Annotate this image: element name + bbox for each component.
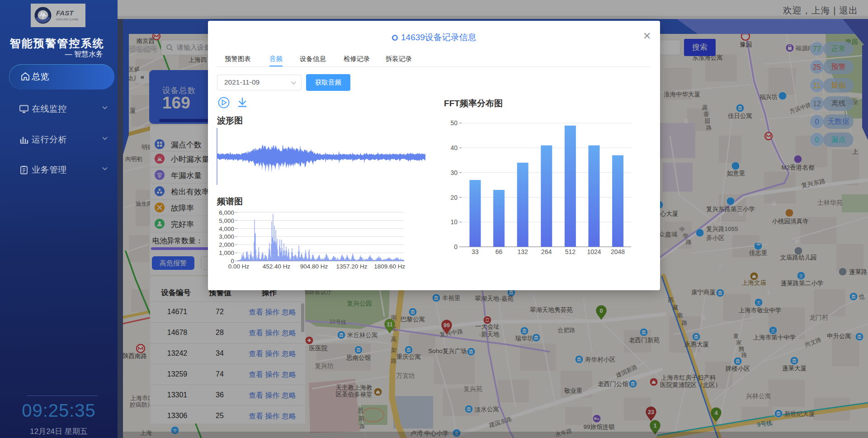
svg-text:10: 10	[450, 218, 458, 226]
svg-text:904.80 Hz: 904.80 Hz	[300, 263, 328, 270]
svg-text:6,000: 6,000	[219, 209, 234, 216]
svg-text:1357.20 Hz: 1357.20 Hz	[336, 263, 367, 270]
svg-text:50: 50	[450, 119, 458, 127]
svg-text:1809.60 Hz: 1809.60 Hz	[374, 263, 405, 270]
svg-text:1,000: 1,000	[219, 250, 234, 256]
svg-text:452.40 Hz: 452.40 Hz	[263, 263, 291, 270]
svg-text:0: 0	[454, 243, 458, 250]
svg-text:FAST: FAST	[56, 9, 74, 17]
svg-text:4,000: 4,000	[219, 226, 234, 232]
svg-text:30: 30	[450, 169, 458, 176]
svg-text:2,000: 2,000	[219, 241, 234, 248]
svg-text:0.00 Hz: 0.00 Hz	[228, 263, 250, 270]
svg-text:5,000: 5,000	[219, 217, 234, 224]
svg-text:GROUPE CLAIRE: GROUPE CLAIRE	[56, 18, 78, 21]
svg-text:512: 512	[565, 248, 576, 255]
svg-text:20: 20	[450, 194, 458, 201]
svg-text:66: 66	[495, 248, 503, 255]
svg-text:40: 40	[450, 144, 458, 151]
svg-text:1024: 1024	[587, 248, 601, 255]
svg-text:132: 132	[518, 248, 528, 255]
svg-text:264: 264	[541, 248, 552, 255]
svg-text:3,000: 3,000	[219, 233, 234, 240]
svg-text:33: 33	[472, 248, 479, 255]
svg-text:2048: 2048	[611, 248, 625, 255]
